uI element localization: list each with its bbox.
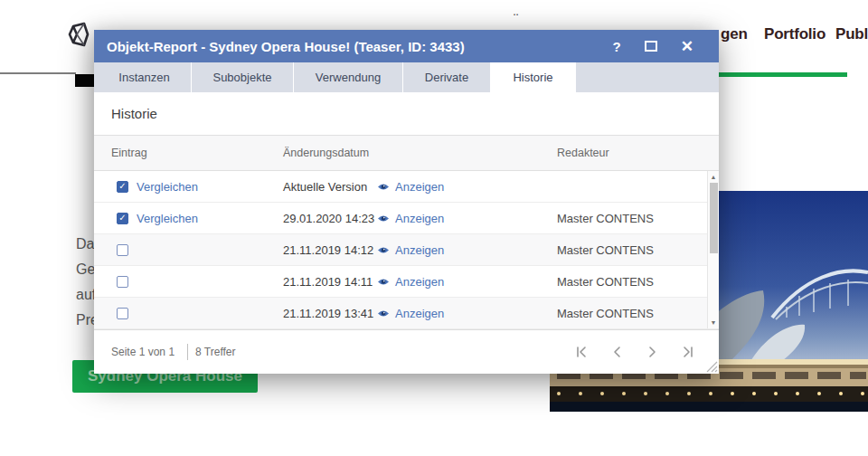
view-label[interactable]: Anzeigen [395, 275, 444, 289]
text-fragment-2: auf [76, 282, 95, 308]
last-page-button[interactable] [682, 346, 693, 358]
column-header-aenderungsdatum: Änderungsdatum [283, 147, 369, 159]
page-info: Seite 1 von 1 [111, 346, 175, 358]
results-count: 8 Treffer [195, 346, 235, 358]
tab-verwendung[interactable]: Verwendung [294, 62, 403, 92]
view-label[interactable]: Anzeigen [395, 307, 444, 320]
pagination [576, 346, 693, 358]
text-fragment-1: Gel [76, 257, 95, 282]
compare-cell: ✓Vergleichen [117, 203, 198, 233]
editor-name: Master CONTENS [557, 234, 654, 265]
eye-icon [377, 245, 390, 255]
scroll-up-icon[interactable]: ▲ [708, 174, 719, 180]
change-date: 29.01.2020 14:23 [283, 203, 374, 233]
editor-name: Master CONTENS [557, 266, 654, 297]
history-row-0: ✓VergleichenAktuelle VersionAnzeigen [94, 171, 719, 203]
help-icon[interactable]: ? [613, 40, 621, 53]
eye-icon [377, 277, 390, 287]
history-rows: ✓VergleichenAktuelle VersionAnzeigen✓Ver… [94, 171, 719, 329]
compare-checkbox[interactable]: ✓ [117, 213, 128, 224]
objekt-report-dialog: Objekt-Report - Sydney Opera House! (Tea… [94, 30, 719, 374]
tab-subobjekte[interactable]: Subobjekte [192, 62, 294, 92]
compare-checkbox[interactable] [117, 244, 128, 256]
dialog-footer: Seite 1 von 1 8 Treffer [94, 329, 719, 374]
editor-name: Master CONTENS [557, 298, 654, 328]
text-fragment-3: Pre [76, 308, 95, 333]
compare-cell: ✓Vergleichen [117, 171, 198, 202]
view-link[interactable]: Anzeigen [377, 234, 444, 265]
resize-handle[interactable] [706, 361, 718, 373]
nav-item-gen[interactable]: gen [721, 25, 748, 43]
table-header: Eintrag Änderungsdatum Redakteur [94, 135, 719, 171]
titlebar-actions: ? ✕ [613, 39, 706, 54]
editor-name: Master CONTENS [557, 203, 654, 233]
previous-page-button[interactable] [611, 346, 623, 358]
nav-item-publi[interactable]: Publi [835, 25, 868, 43]
view-link[interactable]: Anzeigen [377, 298, 444, 328]
close-icon[interactable]: ✕ [681, 39, 693, 54]
tab-historie[interactable]: Historie [491, 62, 576, 92]
header-divider [0, 72, 76, 74]
scrollbar-thumb[interactable] [710, 183, 718, 253]
view-link[interactable]: Anzeigen [377, 171, 444, 202]
dialog-titlebar[interactable]: Objekt-Report - Sydney Opera House! (Tea… [94, 30, 719, 62]
eye-icon [377, 214, 390, 223]
compare-link[interactable]: Vergleichen [137, 180, 198, 194]
view-label[interactable]: Anzeigen [395, 212, 444, 225]
clipped-paragraph-fragments: DasGelaufPre [76, 232, 95, 333]
scroll-down-icon[interactable]: ▼ [708, 319, 719, 326]
column-header-eintrag: Eintrag [111, 147, 147, 159]
text-fragment-0: Das [76, 232, 95, 257]
footer-separator [187, 344, 188, 360]
change-date: 21.11.2019 13:41 [283, 298, 373, 328]
compare-cell [117, 234, 128, 265]
history-row-3: 21.11.2019 14:11AnzeigenMaster CONTENS [94, 266, 719, 298]
view-label[interactable]: Anzeigen [395, 243, 444, 257]
dialog-tabbar: InstanzenSubobjekteVerwendungDerivateHis… [94, 62, 719, 92]
column-header-redakteur: Redakteur [557, 147, 609, 159]
dialog-title: Objekt-Report - Sydney Opera House! (Tea… [107, 39, 613, 54]
view-label[interactable]: Anzeigen [395, 180, 444, 194]
view-link[interactable]: Anzeigen [377, 266, 444, 297]
change-date: 21.11.2019 14:11 [283, 266, 373, 297]
view-link[interactable]: Anzeigen [377, 203, 444, 233]
compare-cell [117, 298, 128, 328]
maximize-icon[interactable] [645, 41, 657, 52]
clipped-umlaut-fragment: ¨ [514, 12, 518, 28]
eye-icon [377, 182, 390, 192]
background-black-block [75, 74, 95, 87]
first-page-button[interactable] [576, 346, 588, 358]
history-row-1: ✓Vergleichen29.01.2020 14:23AnzeigenMast… [94, 203, 719, 234]
compare-checkbox[interactable]: ✓ [117, 181, 128, 193]
change-date: 21.11.2019 14:12 [283, 234, 373, 265]
change-date: Aktuelle Version [283, 171, 367, 202]
history-row-4: 21.11.2019 13:41AnzeigenMaster CONTENS [94, 298, 719, 329]
nav-item-portfolio[interactable]: Portfolio [764, 25, 826, 43]
tab-instanzen[interactable]: Instanzen [98, 62, 192, 92]
next-page-button[interactable] [646, 346, 658, 358]
tab-derivate[interactable]: Derivate [403, 62, 491, 92]
site-logo-icon [65, 21, 92, 48]
compare-checkbox[interactable] [117, 276, 128, 288]
history-row-2: 21.11.2019 14:12AnzeigenMaster CONTENS [94, 234, 719, 266]
compare-cell [117, 266, 128, 297]
section-title: Historie [94, 92, 719, 135]
eye-icon [377, 309, 390, 318]
green-accent-line [719, 72, 847, 77]
vertical-scrollbar[interactable]: ▲ ▼ [707, 171, 719, 328]
compare-link[interactable]: Vergleichen [137, 212, 198, 225]
compare-checkbox[interactable] [117, 308, 128, 319]
